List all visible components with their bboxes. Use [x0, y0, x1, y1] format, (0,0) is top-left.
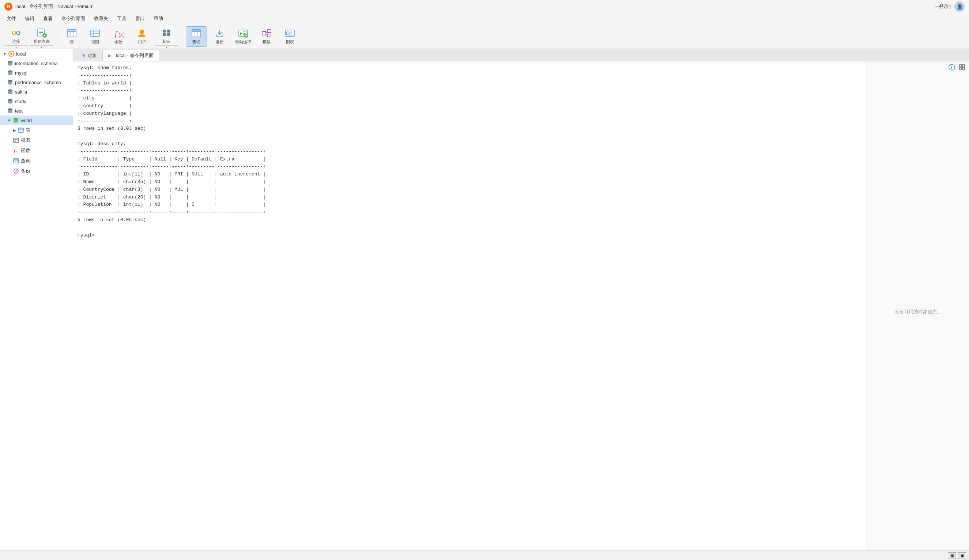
- connect-button[interactable]: 连接 ▾: [4, 26, 28, 47]
- db-icon-2: [7, 70, 13, 76]
- svg-text:i: i: [951, 65, 952, 70]
- svg-point-53: [8, 80, 12, 82]
- new-query-icon: +: [37, 28, 47, 38]
- sidebar-item-world[interactable]: ▼ world: [0, 116, 73, 125]
- other-button[interactable]: 其它 ▾: [155, 26, 178, 47]
- sidebar-item-queries[interactable]: 查询: [0, 156, 73, 166]
- tab-console[interactable]: ▶_ local - 命令列界面: [102, 50, 159, 61]
- console-line-0: mysql> show tables;: [78, 64, 862, 72]
- sidebar-item-test[interactable]: test: [0, 106, 73, 116]
- user-button[interactable]: 用户: [131, 26, 153, 47]
- svg-rect-80: [962, 65, 965, 67]
- terminal-pane[interactable]: mysql> show tables; +-----------------+ …: [73, 61, 867, 550]
- right-panel-toolbar: i: [867, 61, 969, 73]
- world-chevron: ▼: [7, 118, 11, 123]
- menu-help[interactable]: 帮助: [150, 14, 167, 23]
- console-line-12: +-------------+----------+------+-----+-…: [78, 163, 862, 171]
- menu-file[interactable]: 文件: [3, 14, 20, 23]
- local-label: local: [16, 51, 26, 56]
- menu-edit[interactable]: 编辑: [21, 14, 38, 23]
- sidebar-item-tables[interactable]: ▶ 表: [0, 125, 73, 135]
- menu-view[interactable]: 查看: [40, 14, 56, 23]
- backup-button[interactable]: 备份: [209, 26, 230, 47]
- sidebar-item-study[interactable]: study: [0, 96, 73, 106]
- svg-point-59: [8, 108, 12, 110]
- title-bar: N local - 命令列界面 - Navicat Premium 登录 👤 —…: [0, 0, 969, 13]
- status-btn-1[interactable]: ▦: [948, 552, 956, 559]
- sakila-label: sakila: [15, 89, 27, 95]
- new-query-dropdown[interactable]: ▾: [30, 45, 53, 49]
- svg-rect-66: [13, 138, 18, 143]
- sidebar-item-functions[interactable]: f x 函数: [0, 146, 73, 156]
- menu-tools[interactable]: 工具: [113, 14, 130, 23]
- view-icon: [90, 28, 100, 38]
- menu-console[interactable]: 命令列界面: [58, 14, 89, 23]
- window-title: local - 命令列界面 - Navicat Premium: [15, 3, 93, 10]
- svg-point-49: [8, 61, 12, 63]
- table-button[interactable]: 表: [61, 26, 82, 47]
- query-icon-sidebar: [13, 158, 19, 164]
- sidebar-item-performance-schema[interactable]: performance_schema: [0, 78, 73, 87]
- console-line-5: | country |: [78, 102, 862, 110]
- sidebar-item-backups[interactable]: 备份: [0, 166, 73, 176]
- tab-objects-icon: ⊞: [82, 53, 85, 58]
- svg-rect-65: [18, 128, 23, 130]
- connect-label: 连接: [12, 39, 20, 44]
- menu-favorites[interactable]: 收藏夹: [90, 14, 112, 23]
- sidebar-item-views[interactable]: 视图: [0, 135, 73, 146]
- backup-icon-sidebar: [13, 168, 19, 174]
- console-line-16: | District | char(20) | NO | | | |: [78, 194, 862, 201]
- connect-icon: [11, 28, 21, 38]
- console-line-13: | ID | int(11) | NO | PRI | NULL | auto_…: [78, 171, 862, 178]
- status-btn-2[interactable]: ▣: [958, 552, 966, 559]
- sidebar-item-information-schema[interactable]: information_schema: [0, 58, 73, 68]
- svg-point-51: [8, 71, 12, 72]
- tab-console-label: local - 命令列界面: [116, 52, 153, 59]
- mysql-label: mysql: [15, 70, 27, 76]
- model-label: 模型: [263, 40, 271, 44]
- query-active-button[interactable]: 查询: [186, 26, 207, 47]
- db-icon-1: [7, 60, 13, 66]
- close-button[interactable]: ✕: [957, 3, 965, 10]
- new-query-button[interactable]: + 新建查询 ▾: [30, 26, 53, 47]
- sidebar-item-mysql[interactable]: mysql: [0, 68, 73, 78]
- tables-chevron: ▶: [13, 128, 16, 132]
- view-button[interactable]: 视图: [85, 26, 106, 47]
- no-info-text: 没有可用的对象信息。: [894, 309, 942, 315]
- info-icon[interactable]: i: [948, 63, 956, 71]
- query-active-label: 查询: [192, 40, 200, 44]
- db-icon-6: [7, 108, 13, 114]
- svg-point-22: [140, 30, 144, 34]
- menu-window[interactable]: 窗口: [132, 14, 148, 23]
- svg-rect-25: [163, 33, 166, 36]
- function-button[interactable]: f (x) 函数: [108, 26, 129, 47]
- svg-rect-16: [91, 30, 100, 37]
- svg-text:(x): (x): [118, 32, 123, 38]
- connect-dropdown[interactable]: ▾: [4, 45, 28, 49]
- chart-button[interactable]: 图表: [280, 26, 301, 47]
- console-line-2: | Tables_in_world |: [78, 80, 862, 87]
- views-label: 视图: [21, 137, 30, 144]
- svg-point-47: [10, 53, 12, 55]
- db-icon-4: [7, 89, 13, 95]
- minimize-button[interactable]: —: [934, 3, 941, 10]
- tab-objects[interactable]: ⊞ 对象: [76, 50, 102, 61]
- world-label: world: [20, 118, 32, 123]
- model-icon: [261, 28, 272, 38]
- console-line-blank2: [78, 224, 862, 232]
- autorun-button[interactable]: 自动运行: [233, 26, 254, 47]
- grid-icon[interactable]: [958, 63, 966, 71]
- backup-label: 备份: [216, 40, 224, 44]
- right-panel: i 没有可用的对象信息。: [867, 61, 969, 550]
- user-icon: [137, 28, 147, 38]
- sidebar-item-local[interactable]: ▼ local: [0, 49, 73, 58]
- console-line-9: mysql> desc city;: [78, 140, 862, 148]
- console-line-4: | city |: [78, 95, 862, 102]
- console-line-8: 3 rows in set (0.03 sec): [78, 125, 862, 133]
- maximize-button[interactable]: □: [946, 3, 953, 10]
- console-line-15: | CountryCode | char(3) | NO | MUL | | |: [78, 186, 862, 194]
- sidebar-item-sakila[interactable]: sakila: [0, 87, 73, 96]
- model-button[interactable]: 模型: [256, 26, 277, 47]
- right-panel-no-info: 没有可用的对象信息。: [867, 73, 969, 550]
- other-dropdown[interactable]: ▾: [155, 45, 178, 49]
